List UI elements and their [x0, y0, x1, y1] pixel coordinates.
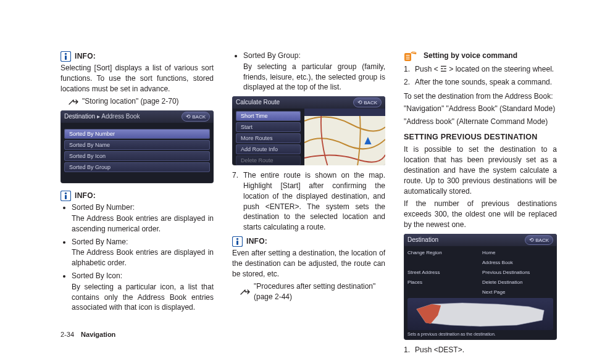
- menu-item[interactable]: Change Region: [407, 249, 478, 257]
- sort-explanations-cont: Sorted By Group: By selecting a particul…: [243, 51, 385, 93]
- info-label: INFO:: [75, 191, 96, 201]
- list-item: Sorted By Group: By selecting a particul…: [243, 51, 385, 93]
- shot-titlebar: Calculate Route BACK: [232, 96, 385, 109]
- paragraph: If the number of previous destinations e…: [404, 199, 557, 230]
- info-heading: INFO:: [232, 236, 385, 247]
- info-icon: [61, 51, 71, 62]
- svg-rect-2: [65, 56, 67, 60]
- voice-heading: Setting by voice command: [404, 49, 557, 62]
- svg-point-1: [65, 53, 67, 55]
- item-desc: The Address Book entries are displayed i…: [72, 213, 214, 234]
- menu-item[interactable]: More Routes: [236, 133, 301, 143]
- xref-icon: [68, 98, 79, 105]
- menu-item[interactable]: Sorted By Icon: [64, 151, 210, 161]
- step-list: Push <DEST>.: [404, 345, 557, 355]
- shot-title: Destination: [64, 112, 95, 121]
- shot-title: Destination: [407, 236, 438, 244]
- item-desc: By selecting a particular group (family,…: [243, 62, 385, 93]
- sort-explanations: Sorted By Number:The Address Book entrie…: [72, 202, 214, 313]
- voice-icon: [404, 49, 419, 62]
- info-label: INFO:: [246, 236, 267, 247]
- shot-title: Calculate Route: [236, 98, 280, 107]
- menu-item[interactable]: Delete Route: [236, 155, 301, 165]
- info-body: Selecting [Sort] displays a list of vari…: [61, 63, 214, 94]
- svg-point-10: [236, 238, 238, 240]
- xref-text: "Procedures after setting destination" (…: [254, 281, 385, 302]
- menu-item[interactable]: Previous Destinations: [482, 268, 553, 277]
- menu-item[interactable]: Address Book: [482, 259, 553, 267]
- menu-right: HomeAddress BookPrevious DestinationsDel…: [482, 249, 553, 297]
- menu-item[interactable]: Sorted By Name: [64, 140, 210, 150]
- xref-storing-location: "Storing location" (page 2-70): [68, 96, 214, 107]
- menu-item[interactable]: Home: [482, 249, 553, 257]
- svg-rect-8: [304, 109, 385, 116]
- info-heading: INFO:: [61, 191, 214, 201]
- back-button[interactable]: BACK: [353, 97, 382, 108]
- back-button[interactable]: BACK: [525, 235, 553, 246]
- voice-steps: Push < ☲ > located on the steering wheel…: [404, 64, 557, 88]
- menu-list: Short TimeStartMore RoutesAdd Route Info…: [232, 109, 304, 165]
- svg-rect-14: [406, 57, 410, 57]
- menu-left: Change RegionStreet AddressPlaces: [407, 249, 478, 297]
- region-map: [407, 298, 553, 330]
- step: Push < ☲ > located on the steering wheel…: [404, 64, 557, 75]
- step: After the tone sounds, speak a command.: [404, 77, 557, 88]
- menu-item[interactable]: Delete Destination: [482, 278, 553, 287]
- xref-text: "Storing location" (page 2-70): [82, 96, 179, 107]
- svg-rect-15: [406, 59, 410, 59]
- item-title: Sorted By Name:: [72, 238, 128, 246]
- back-button[interactable]: BACK: [182, 112, 210, 122]
- item-desc: The Address Book entries are displayed i…: [72, 247, 214, 268]
- menu-item[interactable]: Places: [407, 278, 478, 287]
- paragraph: To set the destination from the Address …: [404, 91, 557, 102]
- info-icon: [232, 236, 243, 247]
- paragraph: "Navigation" "Address Book" (Standard Mo…: [404, 104, 557, 114]
- menu-item[interactable]: Next Page: [482, 288, 553, 297]
- hint-text: Sets a previous destination as the desti…: [404, 331, 557, 340]
- step-4: The entire route is shown on the map. Hi…: [232, 170, 385, 233]
- map-preview: [304, 109, 385, 165]
- item-desc: By selecting a particular icon, a list t…: [72, 282, 214, 313]
- menu-item[interactable]: Add Route Info: [236, 144, 301, 154]
- xref-procedures: "Procedures after setting destination" (…: [240, 281, 385, 302]
- svg-rect-13: [406, 55, 410, 56]
- menu-grid: Change RegionStreet AddressPlaces HomeAd…: [404, 246, 557, 298]
- section-heading: Setting previous destination: [404, 132, 557, 143]
- menu-item[interactable]: Sorted By Number: [64, 129, 210, 139]
- svg-rect-11: [236, 241, 238, 245]
- item-title: Sorted By Group:: [243, 51, 301, 60]
- page-category: Navigation: [81, 331, 115, 338]
- screenshot-calc-route: Calculate Route BACK Short TimeStartMore…: [232, 96, 385, 165]
- info-heading: INFO:: [61, 51, 214, 62]
- svg-rect-5: [65, 195, 67, 199]
- list-item: Sorted By Name:The Address Book entries …: [72, 237, 214, 268]
- item-title: Sorted By Number:: [72, 203, 135, 212]
- page-footer: 2-34 Navigation: [61, 330, 115, 339]
- list-item: Sorted By Number:The Address Book entrie…: [72, 202, 214, 234]
- breadcrumb: ▸ Address Book: [97, 112, 140, 121]
- info-icon: [61, 191, 71, 201]
- svg-point-4: [65, 192, 67, 194]
- paragraph: "Address book" (Alternate Command Mode): [404, 117, 557, 127]
- voice-title: Setting by voice command: [424, 51, 517, 61]
- screenshot-sort-menu: Destination ▸ Address Book BACK Sorted B…: [61, 110, 214, 183]
- step-1: Push <DEST>.: [404, 345, 557, 355]
- info-body: Even after setting a destination, the lo…: [232, 248, 385, 279]
- info-label: INFO:: [75, 51, 96, 62]
- step-list: The entire route is shown on the map. Hi…: [232, 170, 385, 233]
- page-number: 2-34: [61, 330, 74, 339]
- menu-list: Sorted By NumberSorted By NameSorted By …: [61, 123, 214, 177]
- menu-item[interactable]: [407, 259, 478, 267]
- menu-item[interactable]: Start: [236, 122, 301, 132]
- screenshot-destination: Destination BACK Change RegionStreet Add…: [404, 234, 557, 340]
- shot-titlebar: Destination ▸ Address Book BACK: [61, 110, 214, 123]
- xref-icon: [240, 288, 251, 296]
- shot-titlebar: Destination BACK: [404, 234, 557, 246]
- paragraph: It is possible to set the destination to…: [404, 144, 557, 196]
- menu-item[interactable]: Short Time: [236, 111, 301, 121]
- menu-item[interactable]: Street Address: [407, 268, 478, 277]
- item-title: Sorted By Icon:: [72, 271, 122, 280]
- menu-item[interactable]: Sorted By Group: [64, 162, 210, 172]
- list-item: Sorted By Icon:By selecting a particular…: [72, 271, 214, 313]
